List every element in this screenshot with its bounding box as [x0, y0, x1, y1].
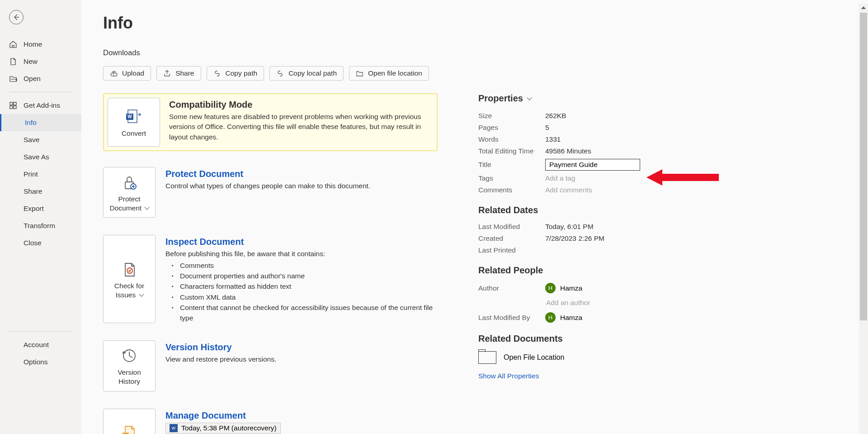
version-section: Version History Version History View and…	[103, 340, 438, 391]
modified-by-label: Last Modified By	[478, 314, 545, 322]
upload-icon	[110, 70, 118, 77]
protect-heading: Protect Document	[165, 169, 370, 179]
nav-save[interactable]: Save	[0, 131, 81, 148]
prop-words-value: 1331	[545, 135, 561, 143]
content-columns: W Convert Compatibility Mode Some new fe…	[103, 93, 846, 434]
modified-label: Last Modified	[478, 223, 545, 231]
created-label: Created	[478, 234, 545, 243]
nav-account[interactable]: Account	[0, 336, 81, 353]
lock-icon	[121, 174, 138, 191]
nav-divider	[9, 92, 72, 92]
nav-divider-bottom	[9, 331, 72, 332]
left-column: W Convert Compatibility Mode Some new fe…	[103, 93, 438, 434]
protect-document-button[interactable]: Protect Document	[103, 167, 156, 218]
prop-editing-value: 49586 Minutes	[545, 147, 591, 155]
open-file-location-button[interactable]: Open file location	[349, 66, 429, 81]
nav-print[interactable]: Print	[0, 166, 81, 183]
prop-title-label: Title	[478, 161, 545, 169]
history-icon	[121, 347, 138, 364]
share-button[interactable]: Share	[156, 66, 201, 81]
home-icon	[9, 40, 17, 48]
nav-new[interactable]: New	[0, 53, 81, 70]
breadcrumb[interactable]: Downloads	[103, 48, 846, 57]
inspect-item: Document properties and author's name	[165, 271, 438, 281]
version-heading: Version History	[165, 342, 276, 353]
nav-save-label: Save	[24, 136, 39, 144]
printed-label: Last Printed	[478, 246, 545, 254]
chevron-down-icon	[527, 95, 532, 100]
version-history-button[interactable]: Version History	[103, 340, 156, 391]
nav-get-addins[interactable]: Get Add-ins	[0, 97, 81, 114]
convert-button[interactable]: W Convert	[108, 98, 160, 147]
prop-tags-label: Tags	[478, 174, 545, 182]
nav-export[interactable]: Export	[0, 200, 81, 217]
open-file-location-row[interactable]: Open File Location	[478, 351, 846, 364]
copy-local-path-button[interactable]: Copy local path	[269, 66, 344, 81]
copy-path-button[interactable]: Copy path	[207, 66, 264, 81]
prop-editing-time: Total Editing Time 49586 Minutes	[478, 147, 846, 155]
modified-by-row: Last Modified By H Hamza	[478, 312, 846, 323]
nav-transform[interactable]: Transform	[0, 217, 81, 234]
page-title: Info	[103, 14, 846, 33]
word-icon: W	[170, 424, 178, 432]
annotation-red-arrow	[646, 168, 719, 186]
svg-rect-3	[14, 106, 16, 109]
vertical-scrollbar[interactable]	[859, 4, 868, 434]
add-author[interactable]: Add an author	[478, 299, 846, 307]
svg-rect-0	[10, 102, 13, 105]
nav-transform-label: Transform	[24, 222, 55, 230]
author-name[interactable]: Hamza	[560, 284, 582, 292]
properties-dropdown[interactable]: Properties	[478, 93, 531, 104]
open-location-label: Open File Location	[504, 353, 564, 362]
nav-close[interactable]: Close	[0, 234, 81, 252]
title-input[interactable]	[545, 159, 640, 171]
author-row: Author H Hamza	[478, 283, 846, 293]
right-column: Properties Size 262KB Pages 5 Words 1331…	[478, 93, 846, 434]
inspect-item: Characters formatted as hidden text	[165, 281, 438, 291]
new-icon	[9, 57, 17, 66]
scrollbar-thumb[interactable]	[860, 13, 867, 320]
author-label: Author	[478, 284, 545, 292]
nav-print-label: Print	[24, 170, 38, 178]
nav-open[interactable]: Open	[0, 70, 81, 87]
check-issues-button[interactable]: Check for Issues	[103, 235, 156, 323]
protect-label: Protect Document	[106, 195, 152, 213]
folder-icon	[478, 351, 496, 364]
word-doc-icon: W	[125, 108, 142, 125]
compat-desc: Some new features are disabled to preven…	[169, 112, 433, 142]
inspect-heading: Inspect Document	[165, 237, 438, 247]
nav-info[interactable]: Info	[0, 114, 81, 131]
back-button[interactable]	[9, 10, 24, 24]
prop-comments-label: Comments	[478, 186, 545, 194]
nav-share[interactable]: Share	[0, 183, 81, 200]
folder-icon	[356, 70, 363, 77]
nav-info-label: Info	[25, 119, 37, 127]
comments-input[interactable]: Add comments	[545, 186, 592, 194]
autorecovery-item[interactable]: W Today, 5:38 PM (autorecovery)	[165, 423, 281, 434]
chevron-down-icon	[145, 205, 150, 210]
nav-save-as[interactable]: Save As	[0, 148, 81, 166]
svg-text:W: W	[127, 114, 132, 119]
version-history-label: Version History	[106, 368, 152, 386]
inspect-bullet-list: Comments Document properties and author'…	[165, 260, 438, 324]
show-all-properties-link[interactable]: Show All Properties	[478, 372, 846, 380]
link-icon	[276, 70, 284, 77]
inspect-desc: Before publishing this file, be aware th…	[165, 249, 438, 259]
convert-label: Convert	[122, 129, 146, 138]
nav-options[interactable]: Options	[0, 353, 81, 371]
tags-input[interactable]: Add a tag	[545, 174, 575, 182]
prop-pages-label: Pages	[478, 124, 545, 132]
prop-pages-value: 5	[545, 124, 549, 132]
addins-icon	[9, 101, 17, 110]
inspect-item: Content that cannot be checked for acces…	[165, 302, 438, 324]
modified-by-name[interactable]: Hamza	[560, 314, 582, 322]
nav-new-label: New	[24, 57, 38, 66]
version-text: Version History View and restore previou…	[165, 340, 276, 391]
nav-home[interactable]: Home	[0, 36, 81, 53]
prop-editing-label: Total Editing Time	[478, 147, 545, 155]
prop-last-printed: Last Printed	[478, 246, 846, 254]
compat-text: Compatibility Mode Some new features are…	[160, 98, 433, 147]
manage-document-button[interactable]	[103, 409, 156, 434]
upload-button[interactable]: Upload	[103, 66, 151, 81]
related-docs-heading: Related Documents	[478, 334, 846, 344]
